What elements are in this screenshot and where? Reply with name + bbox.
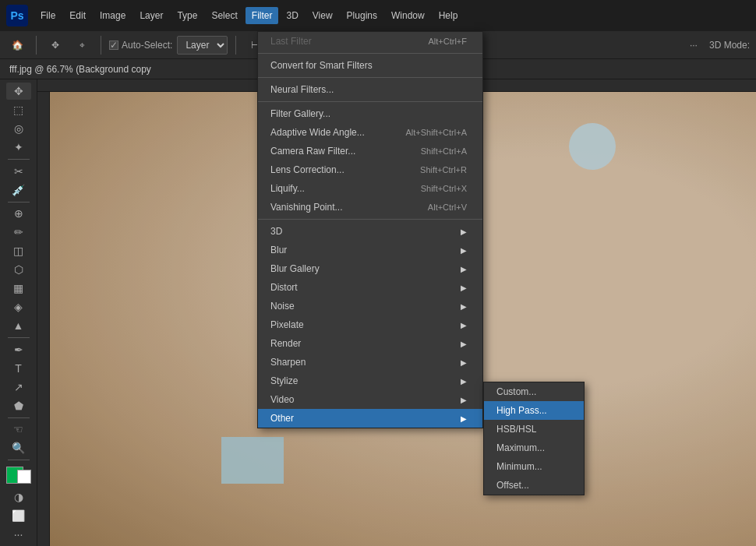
screen-mode-btn[interactable]: ⬜ xyxy=(6,507,31,524)
other-maximum[interactable]: Maximum... xyxy=(484,439,584,457)
menu-file[interactable]: File xyxy=(34,7,62,24)
auto-select-text: Auto-Select: xyxy=(122,40,172,51)
filter-distort[interactable]: Distort ▶ xyxy=(258,278,482,297)
menu-help[interactable]: Help xyxy=(433,7,465,24)
menu-filter[interactable]: Filter xyxy=(246,7,279,24)
home-btn[interactable]: 🏠 xyxy=(6,34,28,56)
shape-tool-btn[interactable]: ⬟ xyxy=(6,397,31,414)
filter-gallery[interactable]: Filter Gallery... xyxy=(258,104,482,123)
auto-select-label: ✓ Auto-Select: xyxy=(109,40,172,51)
path-selection-tool-btn[interactable]: ↗ xyxy=(6,379,31,396)
menu-window[interactable]: Window xyxy=(385,7,431,24)
filter-sep4 xyxy=(258,219,482,220)
background-color[interactable] xyxy=(17,470,31,484)
magic-wand-tool-btn[interactable]: ✦ xyxy=(6,139,31,156)
separator3 xyxy=(235,36,236,55)
gradient-tool-btn[interactable]: ▦ xyxy=(6,280,31,297)
filter-other[interactable]: Other ▶ xyxy=(258,409,482,428)
pen-tool-btn[interactable]: ✒ xyxy=(6,341,31,358)
healing-tool-btn[interactable]: ⊕ xyxy=(6,205,31,222)
auto-select-checkbox[interactable]: ✓ xyxy=(109,41,118,50)
toolbar-right: ··· 3D Mode: xyxy=(683,34,750,56)
separator2 xyxy=(101,36,101,55)
tool-sep1 xyxy=(8,159,30,160)
filter-blur[interactable]: Blur ▶ xyxy=(258,241,482,259)
menu-type[interactable]: Type xyxy=(171,7,203,24)
filter-sep3 xyxy=(258,101,482,102)
filter-blur-gallery[interactable]: Blur Gallery ▶ xyxy=(258,259,482,278)
filter-stylize[interactable]: Stylize ▶ xyxy=(258,372,482,390)
filter-adaptive[interactable]: Adaptive Wide Angle... Alt+Shift+Ctrl+A xyxy=(258,123,482,142)
menu-bar: Ps File Edit Image Layer Type Select Fil… xyxy=(0,0,756,31)
tool-sep2 xyxy=(8,202,30,203)
filter-dropdown: Last Filter Alt+Ctrl+F Convert for Smart… xyxy=(257,31,483,428)
eraser-tool-btn[interactable]: ⬡ xyxy=(6,261,31,278)
extra-options-btn[interactable]: ··· xyxy=(683,34,705,56)
toolbox: ✥ ⬚ ◎ ✦ ✂ 💉 ⊕ ✏ ◫ ⬡ ▦ ◈ ▲ ✒ T ↗ ⬟ ☜ 🔍 ◑ … xyxy=(0,79,37,546)
ps-logo: Ps xyxy=(6,5,28,26)
quick-mask-btn[interactable]: ◑ xyxy=(6,488,31,505)
menu-image[interactable]: Image xyxy=(94,7,132,24)
mode-label: 3D Mode: xyxy=(709,40,750,51)
tool-sep5 xyxy=(8,460,30,460)
color-swatch xyxy=(6,467,31,484)
other-submenu: Custom... High Pass... HSB/HSL Maximum..… xyxy=(483,382,585,495)
menu-layer[interactable]: Layer xyxy=(133,7,169,24)
more-tools-btn[interactable]: ··· xyxy=(6,526,31,543)
separator1 xyxy=(36,36,37,55)
other-hsbhsl[interactable]: HSB/HSL xyxy=(484,420,584,439)
filter-last-filter[interactable]: Last Filter Alt+Ctrl+F xyxy=(258,32,482,51)
filter-sharpen[interactable]: Sharpen ▶ xyxy=(258,353,482,372)
move-tool-btn[interactable]: ✥ xyxy=(6,83,31,100)
filter-sep1 xyxy=(258,53,482,54)
blur-tool-btn[interactable]: ◈ xyxy=(6,298,31,315)
menu-3d[interactable]: 3D xyxy=(280,7,304,24)
filter-video[interactable]: Video ▶ xyxy=(258,390,482,409)
tool-sep4 xyxy=(8,417,30,418)
layer-select[interactable]: Layer xyxy=(177,36,228,55)
menu-view[interactable]: View xyxy=(306,7,339,24)
menu-select[interactable]: Select xyxy=(205,7,243,24)
lasso-tool-btn[interactable]: ◎ xyxy=(6,120,31,137)
filter-neural[interactable]: Neural Filters... xyxy=(258,80,482,99)
doc-title: fff.jpg @ 66.7% (Background copy xyxy=(9,64,151,75)
filter-camera-raw[interactable]: Camera Raw Filter... Shift+Ctrl+A xyxy=(258,142,482,160)
hand-tool-btn[interactable]: ☜ xyxy=(6,421,31,438)
menu-plugins[interactable]: Plugins xyxy=(341,7,383,24)
filter-pixelate[interactable]: Pixelate ▶ xyxy=(258,315,482,334)
dodge-tool-btn[interactable]: ▲ xyxy=(6,317,31,334)
filter-liquify[interactable]: Liquify... Shift+Ctrl+X xyxy=(258,179,482,198)
filter-3d[interactable]: 3D ▶ xyxy=(258,222,482,241)
filter-vanishing-point[interactable]: Vanishing Point... Alt+Ctrl+V xyxy=(258,198,482,217)
filter-lens-correction[interactable]: Lens Correction... Shift+Ctrl+R xyxy=(258,160,482,179)
filter-render[interactable]: Render ▶ xyxy=(258,334,482,353)
filter-sep2 xyxy=(258,77,482,78)
other-custom[interactable]: Custom... xyxy=(484,382,584,401)
other-offset[interactable]: Offset... xyxy=(484,476,584,495)
brush-tool-btn[interactable]: ✏ xyxy=(6,224,31,241)
filter-noise[interactable]: Noise ▶ xyxy=(258,297,482,315)
crop-tool-btn[interactable]: ✂ xyxy=(6,163,31,180)
eyedropper-tool-btn[interactable]: 💉 xyxy=(6,181,31,199)
transform-btn[interactable]: ⌖ xyxy=(71,34,93,56)
move-options-btn[interactable]: ✥ xyxy=(44,34,66,56)
clone-tool-btn[interactable]: ◫ xyxy=(6,242,31,259)
other-highpass[interactable]: High Pass... xyxy=(484,401,584,420)
other-minimum[interactable]: Minimum... xyxy=(484,457,584,476)
menu-edit[interactable]: Edit xyxy=(63,7,92,24)
tool-sep3 xyxy=(8,337,30,338)
filter-convert-smart[interactable]: Convert for Smart Filters xyxy=(258,56,482,75)
type-tool-btn[interactable]: T xyxy=(6,360,31,377)
ruler-left xyxy=(37,92,50,546)
zoom-tool-btn[interactable]: 🔍 xyxy=(6,439,31,456)
marquee-tool-btn[interactable]: ⬚ xyxy=(6,101,31,118)
